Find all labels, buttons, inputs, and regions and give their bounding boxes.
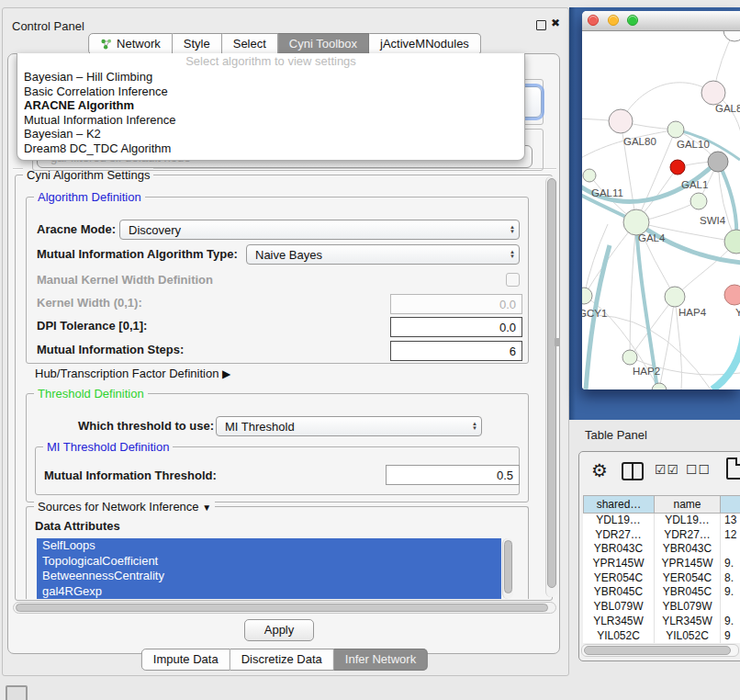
column-header-third[interactable] [721, 495, 740, 514]
tab-network[interactable]: Network [88, 33, 173, 55]
table-cell: YBR045C [655, 585, 721, 600]
network-node[interactable] [652, 383, 667, 390]
settings-vertical-scrollbar[interactable] [545, 176, 557, 597]
network-node-hap4[interactable] [665, 287, 685, 307]
gear-icon[interactable]: ⚙ [591, 459, 608, 481]
zoom-window-icon[interactable] [627, 15, 638, 26]
attributes-scrollbar-thumb[interactable] [504, 540, 512, 593]
tab-select[interactable]: Select [222, 33, 278, 55]
manual-kernel-label: Manual Kernel Width Definition [37, 273, 213, 287]
which-threshold-combobox[interactable]: MI Threshold ▲▼ [216, 416, 482, 436]
table-panel-window: ⚙ ☑☑ ☐☐ shared… name YDL19…YDL19…13YDR27… [578, 451, 740, 661]
table-row[interactable]: YBL079WYBL079W [583, 600, 740, 615]
tab-infer-network[interactable]: Infer Network [334, 649, 428, 671]
table-cell: 9 [721, 629, 740, 644]
close-window-icon[interactable] [588, 15, 599, 26]
tab-label: Network [117, 37, 161, 51]
tab-discretize-data[interactable]: Discretize Data [230, 649, 334, 671]
attribute-item-topologicalcoefficient[interactable]: TopologicalCoefficient [37, 554, 501, 570]
hub-definition-label: Hub/Transcription Factor Definition [35, 367, 219, 380]
table-cell: 9. [721, 557, 740, 571]
network-node-gal80[interactable] [609, 109, 633, 133]
algorithm-dropdown-popup: Select algorithm to view settings Bayesi… [17, 53, 525, 161]
table-row[interactable]: YER054CYER054C8. [583, 571, 740, 586]
deselect-all-columns-icon[interactable]: ☐☐ [686, 462, 711, 477]
column-header-name[interactable]: name [655, 495, 721, 514]
attribute-item-selfloops[interactable]: SelfLoops [37, 538, 501, 554]
table-horizontal-scrollbar[interactable] [581, 644, 739, 657]
select-all-columns-icon[interactable]: ☑☑ [655, 462, 679, 477]
dropdown-item-bayesian-k2[interactable]: Bayesian – K2 [17, 127, 524, 141]
collapse-down-icon[interactable]: ▼ [202, 502, 211, 513]
dropdown-item-aracne-algorithm[interactable]: ARACNE Algorithm [17, 98, 524, 113]
table-row[interactable]: YPR145WYPR145W9. [583, 557, 740, 571]
settings-horizontal-scrollbar[interactable] [13, 602, 556, 614]
table-row[interactable]: YDR27…YDR27…12 [583, 528, 740, 543]
dropdown-item-basic-correlation-inference[interactable]: Basic Correlation Inference [17, 85, 524, 99]
dropdown-item-bayesian-hill-climbing[interactable]: Bayesian – Hill Climbing [17, 70, 524, 85]
network-node-gal8[interactable] [701, 81, 725, 105]
table-row[interactable]: YBR043CYBR043C [583, 542, 740, 557]
network-window-titlebar[interactable] [582, 11, 740, 31]
tab-impute-data[interactable]: Impute Data [141, 649, 230, 671]
network-canvas[interactable]: GAL8GAL80GAL10GAL11GAL1SWI4GAL4GCY1HAP4Y… [582, 31, 740, 390]
settings-hscroll-thumb[interactable] [16, 604, 548, 612]
aracne-mode-combobox[interactable]: Discovery ▲▼ [119, 220, 520, 240]
table-row[interactable]: YIL052CYIL052C9 [583, 629, 740, 644]
node-label: HAP2 [633, 366, 660, 377]
tab-label: Select [233, 37, 266, 51]
network-node[interactable] [708, 152, 728, 172]
table-cell: 9. [721, 585, 740, 600]
network-node[interactable] [724, 230, 740, 254]
network-node-hap2[interactable] [622, 350, 637, 365]
dpi-tolerance-input[interactable] [390, 317, 522, 337]
mi-type-value: Naive Bayes [255, 248, 322, 262]
panel-splitter-handle[interactable] [555, 338, 560, 346]
float-panel-icon[interactable] [536, 20, 546, 30]
expand-right-icon[interactable]: ▶ [222, 367, 230, 380]
network-node-y[interactable] [724, 285, 740, 305]
network-graph: GAL8GAL80GAL10GAL11GAL1SWI4GAL4GCY1HAP4Y… [582, 31, 740, 390]
table-row[interactable]: YBR045CYBR045C9. [583, 585, 740, 600]
network-node-gal1[interactable] [670, 160, 685, 175]
dropdown-item-dream8-dc-tdc-algorithm[interactable]: Dream8 DC_TDC Algorithm [17, 141, 524, 156]
network-node[interactable] [723, 31, 740, 41]
hub-definition-section[interactable]: Hub/Transcription Factor Definition ▶ [35, 367, 230, 380]
combo-arrows-icon: ▲▼ [510, 220, 515, 239]
attribute-item-betweennesscentrality[interactable]: BetweennessCentrality [37, 569, 501, 584]
new-table-icon[interactable] [726, 457, 740, 480]
threshold-definition-title: Threshold Definition [34, 387, 148, 401]
table-row[interactable]: YDL19…YDL19…13 [583, 514, 740, 528]
network-node-gcy1[interactable] [582, 288, 592, 304]
network-node-gal11[interactable] [583, 169, 596, 182]
columns-icon[interactable] [622, 462, 644, 480]
table-row[interactable]: YLR345WYLR345W9. [583, 615, 740, 629]
table-hscroll-thumb[interactable] [584, 646, 731, 655]
bottom-tab-bar: Impute DataDiscretize DataInfer Network [141, 649, 428, 671]
minimize-window-icon[interactable] [608, 15, 619, 26]
minimized-panel-icon[interactable] [6, 685, 28, 700]
dropdown-item-mutual-information-inference[interactable]: Mutual Information Inference [17, 113, 524, 128]
table-cell: YPR145W [583, 557, 655, 571]
mi-type-combobox[interactable]: Naive Bayes ▲▼ [246, 244, 520, 265]
attribute-item-gal4rgexp[interactable]: gal4RGexp [37, 584, 501, 600]
kernel-width-input[interactable] [390, 294, 522, 314]
mi-steps-input[interactable] [390, 341, 522, 361]
close-panel-icon[interactable]: ✖ [551, 17, 560, 29]
node-label: GAL8 [715, 103, 740, 114]
mi-threshold-input[interactable] [386, 465, 520, 485]
node-label: GAL4 [638, 232, 666, 243]
settings-vscroll-thumb[interactable] [547, 178, 556, 588]
network-node-swi4[interactable] [690, 193, 707, 209]
column-header-shared-name[interactable]: shared… [583, 495, 655, 514]
tab-jactivemnodules[interactable]: jActiveMNodules [369, 33, 481, 55]
table-cell [721, 600, 740, 615]
tab-cyni-toolbox[interactable]: Cyni Toolbox [278, 33, 369, 55]
tab-style[interactable]: Style [173, 33, 222, 55]
network-node-gal10[interactable] [667, 121, 684, 138]
attributes-scrollbar[interactable] [502, 538, 513, 599]
apply-button[interactable]: Apply [244, 619, 314, 641]
manual-kernel-checkbox[interactable] [506, 273, 520, 287]
network-node-gal4[interactable] [623, 209, 649, 235]
which-threshold-label: Which threshold to use: [78, 419, 214, 433]
